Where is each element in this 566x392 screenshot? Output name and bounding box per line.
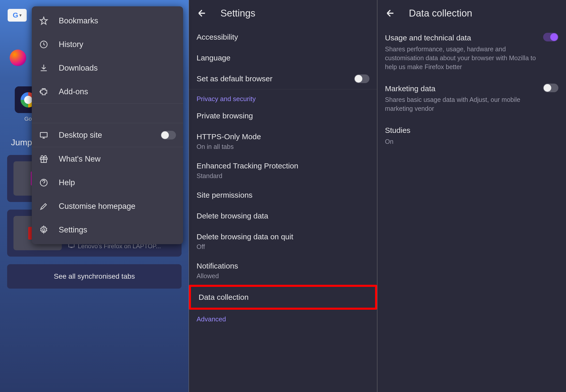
menu-whats-new-label: What's New bbox=[59, 154, 100, 164]
menu-bookmarks[interactable]: Bookmarks bbox=[32, 9, 183, 33]
label: Data collection bbox=[199, 292, 367, 303]
settings-delete-browsing-data[interactable]: Delete browsing data bbox=[189, 206, 377, 226]
menu-addons-label: Add-ons bbox=[59, 87, 88, 96]
menu-bookmarks-label: Bookmarks bbox=[59, 16, 98, 25]
settings-site-permissions[interactable]: Site permissions bbox=[189, 185, 377, 206]
menu-quick-actions-zone bbox=[32, 103, 183, 123]
menu-downloads[interactable]: Downloads bbox=[32, 56, 183, 80]
clock-icon bbox=[39, 40, 49, 49]
dc-usage-technical[interactable]: Usage and technical data Shares performa… bbox=[377, 27, 566, 77]
menu-help-label: Help bbox=[59, 178, 75, 187]
label: Private browsing bbox=[197, 111, 369, 121]
dc-marketing-title: Marketing data bbox=[385, 84, 539, 94]
settings-header: Settings bbox=[189, 0, 377, 27]
search-engine-chip[interactable]: G ▾ bbox=[8, 9, 27, 22]
menu-whats-new[interactable]: What's New bbox=[32, 147, 183, 171]
panel-firefox-home: Go BH Browse Jump S Enhanced Tracking Pr… bbox=[0, 0, 189, 392]
default-browser-toggle[interactable] bbox=[354, 74, 369, 83]
svg-point-6 bbox=[43, 229, 45, 231]
sublabel: Off bbox=[197, 243, 369, 250]
settings-etp[interactable]: Enhanced Tracking Protection Standard bbox=[189, 155, 377, 185]
svg-rect-2 bbox=[40, 132, 47, 137]
star-icon bbox=[39, 16, 49, 26]
menu-downloads-label: Downloads bbox=[59, 64, 98, 73]
settings-notifications[interactable]: Notifications Allowed bbox=[189, 256, 377, 285]
desktop-site-toggle[interactable] bbox=[161, 131, 176, 139]
sublabel: Allowed bbox=[197, 272, 369, 280]
label: Enhanced Tracking Protection bbox=[197, 161, 369, 171]
menu-settings-label: Settings bbox=[59, 225, 87, 234]
label: HTTPS-Only Mode bbox=[197, 131, 369, 142]
download-icon bbox=[39, 63, 49, 73]
gift-icon bbox=[39, 154, 49, 164]
settings-delete-on-quit[interactable]: Delete browsing data on quit Off bbox=[189, 226, 377, 256]
gear-icon bbox=[39, 225, 49, 235]
sublabel: On in all tabs bbox=[197, 143, 369, 150]
section-privacy-security: Privacy and security bbox=[189, 89, 377, 105]
label: Site permissions bbox=[197, 190, 369, 200]
menu-desktop-site-label: Desktop site bbox=[59, 131, 102, 140]
overflow-menu: Bookmarks History Downloads Add-ons Desk… bbox=[32, 6, 183, 244]
dc-usage-title: Usage and technical data bbox=[385, 33, 539, 43]
settings-data-collection[interactable]: Data collection bbox=[189, 285, 377, 310]
settings-title: Settings bbox=[220, 8, 255, 19]
label: Language bbox=[197, 53, 369, 63]
dc-studies-title: Studies bbox=[385, 125, 558, 136]
settings-language[interactable]: Language bbox=[189, 48, 377, 68]
desktop-icon bbox=[39, 130, 49, 140]
section-advanced: Advanced bbox=[189, 310, 377, 326]
back-arrow-icon[interactable] bbox=[385, 8, 396, 19]
panel-data-collection: Data collection Usage and technical data… bbox=[377, 0, 566, 392]
usage-data-toggle[interactable] bbox=[543, 33, 558, 41]
menu-help[interactable]: Help bbox=[32, 171, 183, 194]
dc-studies[interactable]: Studies On bbox=[377, 119, 566, 152]
label: Delete browsing data on quit bbox=[197, 231, 369, 242]
see-all-synced-tabs-button[interactable]: See all synchronised tabs bbox=[7, 264, 182, 289]
settings-accessibility[interactable]: Accessibility bbox=[189, 27, 377, 48]
menu-history[interactable]: History bbox=[32, 33, 183, 56]
label: Delete browsing data bbox=[197, 211, 369, 221]
label: Accessibility bbox=[197, 32, 369, 42]
back-arrow-icon[interactable] bbox=[197, 8, 208, 19]
dc-marketing-sub: Shares basic usage data with Adjust, our… bbox=[385, 95, 539, 113]
shortcut-google-label: Go bbox=[24, 116, 32, 122]
menu-addons[interactable]: Add-ons bbox=[32, 80, 183, 103]
settings-https-only[interactable]: HTTPS-Only Mode On in all tabs bbox=[189, 126, 377, 155]
firefox-logo-icon bbox=[10, 50, 26, 66]
data-collection-title: Data collection bbox=[409, 8, 472, 19]
dc-marketing-data[interactable]: Marketing data Shares basic usage data w… bbox=[377, 77, 566, 119]
panel-settings: Settings Accessibility Language Set as d… bbox=[189, 0, 377, 392]
puzzle-icon bbox=[39, 87, 49, 97]
menu-history-label: History bbox=[59, 40, 83, 49]
settings-list: Accessibility Language Set as default br… bbox=[189, 27, 377, 326]
menu-customise-homepage[interactable]: Customise homepage bbox=[32, 194, 183, 218]
marketing-data-toggle[interactable] bbox=[543, 84, 558, 92]
dc-studies-sub: On bbox=[385, 137, 558, 146]
brush-icon bbox=[39, 201, 49, 211]
menu-settings[interactable]: Settings bbox=[32, 218, 183, 242]
label: Notifications bbox=[197, 261, 369, 271]
settings-private-browsing[interactable]: Private browsing bbox=[189, 105, 377, 126]
menu-customise-label: Customise homepage bbox=[59, 202, 136, 211]
dc-usage-sub: Shares performance, usage, hardware and … bbox=[385, 45, 539, 71]
label: Set as default browser bbox=[197, 73, 273, 84]
menu-desktop-site[interactable]: Desktop site bbox=[32, 123, 183, 147]
sublabel: Standard bbox=[197, 172, 369, 180]
help-icon bbox=[39, 178, 49, 187]
data-collection-header: Data collection bbox=[377, 0, 566, 27]
settings-default-browser[interactable]: Set as default browser bbox=[189, 68, 377, 89]
